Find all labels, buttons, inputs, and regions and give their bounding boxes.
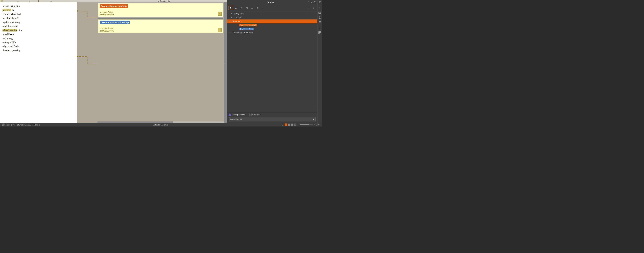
svg-rect-22 — [285, 124, 287, 126]
hierarchical-label: Hierarchical — [230, 118, 242, 121]
show-previews-checkbox[interactable]: ✓ Show previews — [229, 114, 245, 116]
drag-handle[interactable]: ⋮⋮ — [229, 1, 233, 4]
page-icon[interactable] — [318, 21, 322, 24]
styles-menu-btn[interactable]: ☰ — [314, 1, 316, 3]
comment-2-author: Unknown Author — [100, 27, 114, 29]
format-icon[interactable]: T — [318, 6, 322, 9]
complimentary-close-label: Complimentary Close — [232, 31, 253, 34]
char-styles-btn[interactable]: A — [234, 6, 238, 10]
svg-rect-2 — [319, 1, 321, 2]
svg-rect-15 — [319, 33, 320, 34]
comments-list: Comment about contents Unknown Author 28… — [97, 2, 224, 121]
comment-style-label: Comment — [232, 20, 241, 23]
list-styles-btn[interactable]: ☰ — [250, 6, 254, 10]
collapse-icon: ▶ — [225, 62, 226, 64]
zoom-in-btn[interactable]: + — [314, 124, 315, 126]
document-page: be following him just after he r crook w… — [0, 2, 77, 123]
svg-rect-19 — [2, 125, 4, 126]
comment-arrow: ▾ — [229, 20, 231, 22]
show-previews-row: ✓ Show previews Spotlight — [229, 114, 316, 116]
gallery-icon[interactable] — [318, 31, 322, 34]
status-left: Page 1 of 1 240 words, 1,280 characters — [2, 123, 40, 126]
text-line-10: oming off his — [2, 40, 75, 44]
main-container: L 15 16 ⬆ 18 ▼ Comments be followin — [0, 0, 322, 123]
comments-scrollbar[interactable] — [97, 121, 224, 123]
page-styles-btn[interactable]: ◻ — [244, 6, 249, 10]
image-styles-btn[interactable]: ▪ — [260, 6, 265, 10]
svg-rect-23 — [288, 124, 289, 126]
styles-close-btn[interactable]: ✕ — [311, 1, 312, 3]
text-line-9: and energy — [2, 36, 75, 40]
show-previews-label: Show previews — [232, 114, 245, 116]
svg-rect-18 — [2, 124, 4, 124]
comment-2-dropdown[interactable]: ▾ — [218, 28, 222, 32]
save-icon[interactable] — [2, 123, 5, 126]
page-info: Page 1 of 1 — [6, 124, 16, 126]
comment-1-dropdown[interactable]: ▾ — [218, 12, 222, 15]
view-mode-3[interactable] — [291, 123, 294, 126]
styles-T-icon: T̲ — [319, 26, 320, 29]
style-item-comment-look[interactable]: Comment (look) — [227, 27, 317, 31]
table-styles-btn[interactable]: ⊞ — [255, 6, 260, 10]
comp-close-dash: — — [229, 31, 231, 34]
comment-item-2[interactable]: Comment about formatting Unknown Author … — [98, 19, 223, 33]
comment-2-footer: Unknown Author 28/09/2023 00:48 ▾ — [100, 26, 222, 32]
svg-rect-25 — [291, 124, 293, 126]
ruler-tab-marker: ⬆ — [38, 0, 39, 2]
zoom-out-btn[interactable]: − — [298, 124, 299, 126]
navigator-icon[interactable] — [318, 16, 322, 19]
doc-comments-wrapper: be following him just after he r crook w… — [0, 2, 227, 123]
style-item-comment-content[interactable]: Comment (content) — [227, 23, 317, 27]
styles-dropdown-btn[interactable]: ▾ — [311, 6, 316, 10]
style-item-complimentary-close[interactable]: — Complimentary Close — [227, 31, 317, 34]
new-style-btn[interactable]: + — [306, 6, 310, 10]
view-mode-icons — [285, 123, 296, 126]
spotlight-checkbox[interactable]: Spotlight — [249, 114, 260, 116]
view-normal[interactable] — [285, 123, 288, 126]
far-right-panel: T T̲ — [317, 0, 322, 123]
comment-1-info: Unknown Author 28/09/2023 00:48 — [100, 10, 114, 15]
comment-1-author: Unknown Author — [100, 11, 114, 13]
paragraph-styles-btn[interactable]: ¶ — [228, 6, 233, 10]
comments-header-ruler[interactable]: ▼ Comments — [156, 0, 227, 2]
text-line-1: be following him — [2, 4, 75, 8]
format-T-icon: T — [319, 6, 320, 9]
svg-rect-26 — [294, 124, 296, 126]
styles-footer: ✓ Show previews Spotlight Hierarchical ▾ — [227, 112, 317, 123]
comment-look-badge: Comment (look) — [239, 28, 254, 30]
image-icon[interactable] — [318, 11, 322, 14]
frame-styles-btn[interactable]: □ — [239, 6, 244, 10]
styles-icon-right[interactable]: T̲ — [318, 26, 322, 29]
status-center: Default Page Style — [153, 124, 168, 126]
style-item-caption[interactable]: ▶ Caption — [227, 15, 317, 19]
styles-header: ⋮⋮ Styles ? ✕ ☰ — [227, 0, 317, 5]
svg-marker-0 — [77, 10, 78, 11]
comments-arrow: ▼ — [158, 0, 159, 2]
zoom-slider[interactable] — [300, 124, 313, 125]
comment-item-1[interactable]: Comment about contents Unknown Author 28… — [98, 3, 223, 17]
svg-rect-13 — [319, 31, 320, 32]
view-mode-4[interactable] — [294, 123, 296, 126]
style-item-comment[interactable]: ▾ Comment — [227, 19, 317, 23]
collapse-arrow[interactable]: ▶ — [224, 2, 227, 123]
ruler-mark-16: 16 — [28, 0, 30, 2]
text-line-5: tap his way along — [2, 20, 75, 24]
styles-panel: ⋮⋮ Styles ? ✕ ☰ ¶ A □ ◻ ☰ ⊞ ▪ + ▾ ▶ — [227, 0, 317, 123]
page-style: Default Page Style — [153, 124, 168, 126]
body-text-arrow: ▶ — [231, 13, 233, 14]
ruler-content: L 15 16 ⬆ 18 ▼ Comments — [0, 0, 227, 2]
svg-rect-4 — [319, 2, 320, 3]
view-mode-2[interactable] — [288, 123, 290, 126]
highlight-black-outline: e black outline — [2, 29, 17, 31]
style-item-body-text[interactable]: ▶ Body Text — [227, 12, 317, 15]
spotlight-label: Spotlight — [252, 114, 260, 116]
comments-header-label: Comments — [160, 0, 170, 2]
hierarchical-arrow: ▾ — [313, 118, 314, 121]
comment-2-date: 28/09/2023 00:48 — [100, 30, 114, 32]
hierarchical-dropdown[interactable]: Hierarchical ▾ — [229, 117, 316, 121]
text-line-8: imself back — [2, 32, 75, 36]
styles-help-btn[interactable]: ? — [308, 1, 310, 3]
text-line-2: just after he — [2, 8, 75, 12]
properties-icon[interactable] — [318, 1, 322, 4]
comment-1-date: 28/09/2023 00:48 — [100, 13, 114, 15]
